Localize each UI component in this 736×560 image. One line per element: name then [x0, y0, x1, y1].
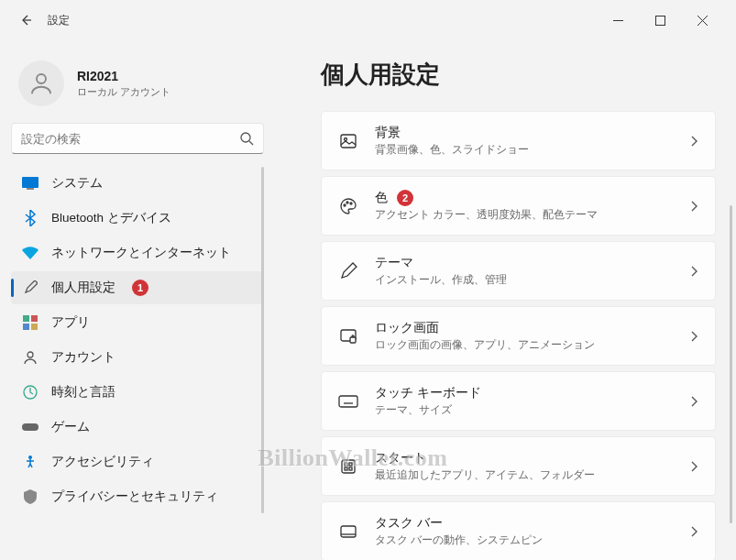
card-title-label: テーマ: [375, 255, 413, 271]
sidebar-item-privacy[interactable]: プライバシーとセキュリティ: [11, 480, 264, 513]
sidebar-item-label: アプリ: [51, 314, 90, 331]
svg-rect-17: [341, 135, 356, 148]
sidebar-item-personalization[interactable]: 個人用設定 1: [11, 271, 264, 304]
card-background[interactable]: 背景 背景画像、色、スライドショー: [321, 111, 716, 170]
svg-rect-15: [22, 423, 38, 431]
close-icon: [698, 16, 708, 26]
annotation-badge: 1: [132, 280, 148, 296]
svg-point-19: [344, 204, 346, 206]
user-name: RI2021: [77, 69, 170, 83]
wifi-icon: [22, 245, 38, 261]
person-icon: [27, 70, 55, 97]
card-title-label: 色: [375, 190, 388, 206]
sidebar-item-label: ネットワークとインターネット: [51, 245, 231, 261]
card-subtitle: テーマ、サイズ: [375, 403, 673, 417]
sidebar-item-network[interactable]: ネットワークとインターネット: [11, 236, 264, 269]
chevron-right-icon: [689, 460, 698, 473]
palette-icon: [338, 196, 358, 216]
user-profile[interactable]: RI2021 ローカル アカウント: [11, 49, 264, 123]
apps-icon: [22, 314, 38, 331]
sidebar-item-accessibility[interactable]: アクセシビリティ: [11, 445, 264, 478]
card-subtitle: 背景画像、色、スライドショー: [375, 143, 673, 157]
svg-point-13: [27, 352, 33, 357]
search-icon: [239, 131, 254, 146]
annotation-badge: 2: [397, 190, 413, 206]
sidebar-item-label: アカウント: [51, 349, 115, 366]
arrow-left-icon: [18, 13, 33, 27]
svg-rect-23: [350, 337, 356, 343]
chevron-right-icon: [689, 525, 698, 538]
svg-line-6: [249, 141, 253, 145]
svg-rect-34: [349, 467, 352, 470]
brush-icon: [22, 280, 38, 296]
nav-list: システム Bluetooth とデバイス ネットワークとインターネット 個人用設…: [11, 167, 264, 513]
sidebar-item-label: アクセシビリティ: [51, 454, 154, 470]
card-title-label: タスク バー: [375, 515, 443, 532]
svg-rect-9: [23, 315, 29, 322]
card-themes[interactable]: テーマ インストール、作成、管理: [321, 241, 716, 301]
chevron-right-icon: [689, 135, 698, 148]
search-box[interactable]: [11, 123, 264, 154]
sidebar-item-bluetooth[interactable]: Bluetooth とデバイス: [11, 202, 264, 235]
card-touch-keyboard[interactable]: タッチ キーボード テーマ、サイズ: [321, 371, 716, 431]
close-button[interactable]: [681, 6, 723, 34]
chevron-right-icon: [689, 395, 698, 408]
sidebar-scrollbar[interactable]: [261, 167, 264, 513]
sidebar-item-label: 個人用設定: [51, 280, 115, 296]
svg-rect-24: [339, 396, 357, 407]
svg-point-21: [350, 203, 352, 204]
card-title-label: ロック画面: [375, 320, 439, 336]
svg-point-18: [345, 137, 347, 140]
svg-rect-7: [22, 177, 38, 188]
search-input[interactable]: [21, 132, 239, 146]
sidebar-item-label: ゲーム: [51, 419, 90, 435]
sidebar-item-apps[interactable]: アプリ: [11, 306, 264, 339]
page-title: 個人用設定: [321, 59, 716, 91]
svg-rect-32: [349, 463, 352, 466]
svg-rect-12: [31, 324, 38, 330]
card-title-label: スタート: [375, 450, 426, 467]
sidebar-item-time-language[interactable]: 時刻と言語: [11, 376, 264, 409]
maximize-icon: [655, 16, 665, 26]
lock-screen-icon: [338, 326, 358, 346]
card-start[interactable]: スタート 最近追加したアプリ、アイテム、フォルダー: [321, 436, 716, 496]
main-content: 個人用設定 背景 背景画像、色、スライドショー 色2 アクセント カラー、透明度…: [275, 40, 736, 560]
card-subtitle: アクセント カラー、透明度効果、配色テーマ: [375, 208, 673, 222]
account-icon: [22, 349, 38, 366]
clock-globe-icon: [22, 384, 38, 401]
card-title-label: タッチ キーボード: [375, 385, 481, 401]
card-subtitle: 最近追加したアプリ、アイテム、フォルダー: [375, 468, 673, 482]
card-taskbar[interactable]: タスク バー タスク バーの動作、システムピン: [321, 501, 716, 560]
chevron-right-icon: [689, 330, 698, 343]
svg-rect-8: [27, 188, 34, 190]
card-subtitle: インストール、作成、管理: [375, 273, 673, 287]
accessibility-icon: [22, 454, 38, 470]
sidebar-item-accounts[interactable]: アカウント: [11, 341, 264, 374]
chevron-right-icon: [689, 265, 698, 278]
back-button[interactable]: [13, 7, 38, 33]
taskbar-icon: [338, 522, 358, 542]
window-controls: [597, 6, 723, 34]
titlebar: 設定: [0, 0, 736, 40]
card-title-label: 背景: [375, 125, 401, 141]
image-icon: [338, 131, 358, 151]
svg-rect-31: [345, 463, 347, 466]
svg-rect-30: [342, 460, 355, 473]
shield-icon: [22, 489, 38, 505]
svg-point-4: [37, 74, 46, 83]
sidebar-item-gaming[interactable]: ゲーム: [11, 411, 264, 444]
svg-rect-11: [23, 324, 29, 330]
svg-rect-1: [655, 16, 665, 25]
svg-rect-33: [345, 467, 347, 470]
card-colors[interactable]: 色2 アクセント カラー、透明度効果、配色テーマ: [321, 176, 716, 236]
svg-point-16: [28, 456, 32, 459]
card-lock-screen[interactable]: ロック画面 ロック画面の画像、アプリ、アニメーション: [321, 306, 716, 366]
sidebar-item-system[interactable]: システム: [11, 167, 264, 200]
minimize-button[interactable]: [597, 6, 639, 34]
sidebar: RI2021 ローカル アカウント システム Bluetooth とデバイス ネ…: [0, 40, 275, 560]
sidebar-item-label: Bluetooth とデバイス: [51, 210, 171, 226]
bluetooth-icon: [22, 210, 38, 226]
card-subtitle: ロック画面の画像、アプリ、アニメーション: [375, 338, 673, 352]
maximize-button[interactable]: [639, 6, 681, 34]
sidebar-item-label: 時刻と言語: [51, 384, 115, 401]
